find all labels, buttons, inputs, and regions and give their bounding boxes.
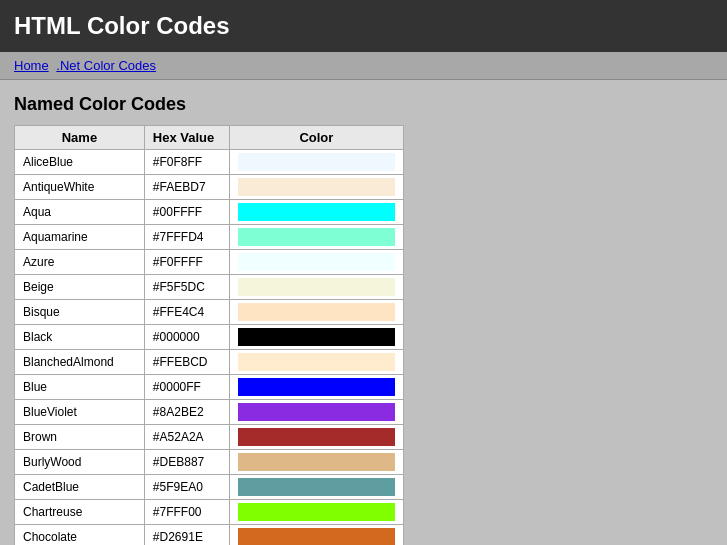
cell-color-name: AliceBlue [15, 150, 145, 175]
cell-color-name: CadetBlue [15, 475, 145, 500]
table-row: AliceBlue#F0F8FF [15, 150, 404, 175]
color-swatch-block [238, 478, 395, 496]
color-swatch-block [238, 253, 395, 271]
cell-color-swatch [229, 300, 403, 325]
cell-color-hex: #7FFFD4 [144, 225, 229, 250]
cell-color-name: BlueViolet [15, 400, 145, 425]
cell-color-hex: #7FFF00 [144, 500, 229, 525]
cell-color-name: Chocolate [15, 525, 145, 546]
cell-color-name: Azure [15, 250, 145, 275]
color-swatch-block [238, 453, 395, 471]
cell-color-name: Aqua [15, 200, 145, 225]
cell-color-swatch [229, 450, 403, 475]
cell-color-swatch [229, 350, 403, 375]
color-swatch-block [238, 153, 395, 171]
cell-color-hex: #000000 [144, 325, 229, 350]
color-swatch-block [238, 278, 395, 296]
cell-color-swatch [229, 200, 403, 225]
color-swatch-block [238, 403, 395, 421]
cell-color-hex: #8A2BE2 [144, 400, 229, 425]
table-row: AntiqueWhite#FAEBD7 [15, 175, 404, 200]
cell-color-swatch [229, 475, 403, 500]
cell-color-swatch [229, 275, 403, 300]
table-row: Blue#0000FF [15, 375, 404, 400]
table-row: BlanchedAlmond#FFEBCD [15, 350, 404, 375]
table-row: Black#000000 [15, 325, 404, 350]
cell-color-swatch [229, 325, 403, 350]
cell-color-swatch [229, 175, 403, 200]
color-swatch-block [238, 178, 395, 196]
cell-color-hex: #5F9EA0 [144, 475, 229, 500]
cell-color-hex: #FAEBD7 [144, 175, 229, 200]
cell-color-swatch [229, 375, 403, 400]
table-row: CadetBlue#5F9EA0 [15, 475, 404, 500]
cell-color-hex: #D2691E [144, 525, 229, 546]
cell-color-name: Bisque [15, 300, 145, 325]
table-row: Chartreuse#7FFF00 [15, 500, 404, 525]
cell-color-name: BurlyWood [15, 450, 145, 475]
color-swatch-block [238, 428, 395, 446]
main-content: Named Color Codes Name Hex Value Color A… [0, 80, 727, 545]
color-swatch-block [238, 203, 395, 221]
table-row: Chocolate#D2691E [15, 525, 404, 546]
col-header-name: Name [15, 126, 145, 150]
cell-color-name: Black [15, 325, 145, 350]
navigation-bar: Home .Net Color Codes [0, 52, 727, 80]
cell-color-swatch [229, 400, 403, 425]
color-swatch-block [238, 303, 395, 321]
table-header-row: Name Hex Value Color [15, 126, 404, 150]
table-row: Beige#F5F5DC [15, 275, 404, 300]
section-heading: Named Color Codes [14, 94, 713, 115]
cell-color-hex: #0000FF [144, 375, 229, 400]
page-header: HTML Color Codes [0, 0, 727, 52]
color-swatch-block [238, 328, 395, 346]
table-row: Azure#F0FFFF [15, 250, 404, 275]
cell-color-swatch [229, 225, 403, 250]
cell-color-swatch [229, 150, 403, 175]
cell-color-name: Chartreuse [15, 500, 145, 525]
cell-color-hex: #F0F8FF [144, 150, 229, 175]
nav-home-link[interactable]: Home [14, 58, 49, 73]
cell-color-hex: #00FFFF [144, 200, 229, 225]
cell-color-name: BlanchedAlmond [15, 350, 145, 375]
cell-color-swatch [229, 500, 403, 525]
table-row: BurlyWood#DEB887 [15, 450, 404, 475]
cell-color-name: Beige [15, 275, 145, 300]
cell-color-hex: #F0FFFF [144, 250, 229, 275]
cell-color-swatch [229, 525, 403, 546]
table-row: BlueViolet#8A2BE2 [15, 400, 404, 425]
cell-color-name: Blue [15, 375, 145, 400]
table-row: Bisque#FFE4C4 [15, 300, 404, 325]
color-swatch-block [238, 228, 395, 246]
cell-color-hex: #DEB887 [144, 450, 229, 475]
cell-color-name: AntiqueWhite [15, 175, 145, 200]
cell-color-hex: #A52A2A [144, 425, 229, 450]
cell-color-hex: #FFE4C4 [144, 300, 229, 325]
color-swatch-block [238, 353, 395, 371]
color-table: Name Hex Value Color AliceBlue#F0F8FFAnt… [14, 125, 404, 545]
table-row: Brown#A52A2A [15, 425, 404, 450]
cell-color-name: Brown [15, 425, 145, 450]
cell-color-name: Aquamarine [15, 225, 145, 250]
cell-color-hex: #FFEBCD [144, 350, 229, 375]
cell-color-swatch [229, 250, 403, 275]
cell-color-swatch [229, 425, 403, 450]
col-header-color: Color [229, 126, 403, 150]
page-title: HTML Color Codes [14, 12, 713, 40]
cell-color-hex: #F5F5DC [144, 275, 229, 300]
table-row: Aqua#00FFFF [15, 200, 404, 225]
nav-net-link[interactable]: .Net Color Codes [56, 58, 156, 73]
col-header-hex: Hex Value [144, 126, 229, 150]
color-swatch-block [238, 378, 395, 396]
color-swatch-block [238, 528, 395, 545]
color-swatch-block [238, 503, 395, 521]
table-row: Aquamarine#7FFFD4 [15, 225, 404, 250]
